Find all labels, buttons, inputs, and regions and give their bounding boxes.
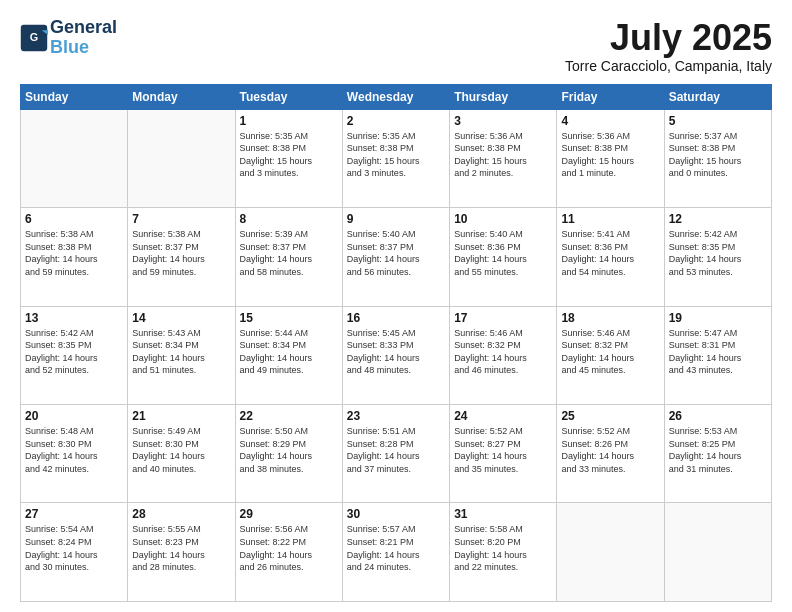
day-info: Sunrise: 5:40 AM Sunset: 8:37 PM Dayligh… <box>347 228 445 278</box>
calendar-cell: 2Sunrise: 5:35 AM Sunset: 8:38 PM Daylig… <box>342 109 449 207</box>
calendar-week-4: 20Sunrise: 5:48 AM Sunset: 8:30 PM Dayli… <box>21 405 772 503</box>
day-number: 14 <box>132 311 230 325</box>
day-number: 6 <box>25 212 123 226</box>
day-info: Sunrise: 5:47 AM Sunset: 8:31 PM Dayligh… <box>669 327 767 377</box>
day-number: 30 <box>347 507 445 521</box>
calendar-cell: 17Sunrise: 5:46 AM Sunset: 8:32 PM Dayli… <box>450 306 557 404</box>
calendar-cell: 24Sunrise: 5:52 AM Sunset: 8:27 PM Dayli… <box>450 405 557 503</box>
day-info: Sunrise: 5:49 AM Sunset: 8:30 PM Dayligh… <box>132 425 230 475</box>
calendar-cell: 21Sunrise: 5:49 AM Sunset: 8:30 PM Dayli… <box>128 405 235 503</box>
day-info: Sunrise: 5:38 AM Sunset: 8:38 PM Dayligh… <box>25 228 123 278</box>
weekday-row: Sunday Monday Tuesday Wednesday Thursday… <box>21 84 772 109</box>
logo-text: General Blue <box>50 18 117 58</box>
calendar-cell: 28Sunrise: 5:55 AM Sunset: 8:23 PM Dayli… <box>128 503 235 602</box>
day-info: Sunrise: 5:40 AM Sunset: 8:36 PM Dayligh… <box>454 228 552 278</box>
day-info: Sunrise: 5:35 AM Sunset: 8:38 PM Dayligh… <box>240 130 338 180</box>
calendar-cell: 27Sunrise: 5:54 AM Sunset: 8:24 PM Dayli… <box>21 503 128 602</box>
calendar-cell: 9Sunrise: 5:40 AM Sunset: 8:37 PM Daylig… <box>342 208 449 306</box>
col-wednesday: Wednesday <box>342 84 449 109</box>
calendar-cell: 19Sunrise: 5:47 AM Sunset: 8:31 PM Dayli… <box>664 306 771 404</box>
day-number: 31 <box>454 507 552 521</box>
day-number: 21 <box>132 409 230 423</box>
location: Torre Caracciolo, Campania, Italy <box>565 58 772 74</box>
day-number: 29 <box>240 507 338 521</box>
day-number: 1 <box>240 114 338 128</box>
calendar-cell: 11Sunrise: 5:41 AM Sunset: 8:36 PM Dayli… <box>557 208 664 306</box>
calendar-cell: 15Sunrise: 5:44 AM Sunset: 8:34 PM Dayli… <box>235 306 342 404</box>
day-info: Sunrise: 5:54 AM Sunset: 8:24 PM Dayligh… <box>25 523 123 573</box>
calendar-week-5: 27Sunrise: 5:54 AM Sunset: 8:24 PM Dayli… <box>21 503 772 602</box>
day-number: 11 <box>561 212 659 226</box>
col-tuesday: Tuesday <box>235 84 342 109</box>
day-number: 22 <box>240 409 338 423</box>
calendar-cell: 7Sunrise: 5:38 AM Sunset: 8:37 PM Daylig… <box>128 208 235 306</box>
day-number: 23 <box>347 409 445 423</box>
day-number: 9 <box>347 212 445 226</box>
day-number: 12 <box>669 212 767 226</box>
calendar-cell: 31Sunrise: 5:58 AM Sunset: 8:20 PM Dayli… <box>450 503 557 602</box>
day-info: Sunrise: 5:56 AM Sunset: 8:22 PM Dayligh… <box>240 523 338 573</box>
day-info: Sunrise: 5:36 AM Sunset: 8:38 PM Dayligh… <box>561 130 659 180</box>
day-info: Sunrise: 5:45 AM Sunset: 8:33 PM Dayligh… <box>347 327 445 377</box>
calendar-cell: 5Sunrise: 5:37 AM Sunset: 8:38 PM Daylig… <box>664 109 771 207</box>
calendar-cell: 6Sunrise: 5:38 AM Sunset: 8:38 PM Daylig… <box>21 208 128 306</box>
day-info: Sunrise: 5:46 AM Sunset: 8:32 PM Dayligh… <box>454 327 552 377</box>
day-number: 18 <box>561 311 659 325</box>
day-number: 2 <box>347 114 445 128</box>
day-info: Sunrise: 5:52 AM Sunset: 8:27 PM Dayligh… <box>454 425 552 475</box>
day-number: 13 <box>25 311 123 325</box>
calendar-cell <box>557 503 664 602</box>
day-info: Sunrise: 5:52 AM Sunset: 8:26 PM Dayligh… <box>561 425 659 475</box>
day-info: Sunrise: 5:58 AM Sunset: 8:20 PM Dayligh… <box>454 523 552 573</box>
day-info: Sunrise: 5:42 AM Sunset: 8:35 PM Dayligh… <box>669 228 767 278</box>
calendar-cell: 23Sunrise: 5:51 AM Sunset: 8:28 PM Dayli… <box>342 405 449 503</box>
calendar-cell: 8Sunrise: 5:39 AM Sunset: 8:37 PM Daylig… <box>235 208 342 306</box>
day-number: 15 <box>240 311 338 325</box>
logo-general: General <box>50 18 117 38</box>
calendar-cell: 4Sunrise: 5:36 AM Sunset: 8:38 PM Daylig… <box>557 109 664 207</box>
day-info: Sunrise: 5:50 AM Sunset: 8:29 PM Dayligh… <box>240 425 338 475</box>
calendar-cell <box>128 109 235 207</box>
calendar-cell: 13Sunrise: 5:42 AM Sunset: 8:35 PM Dayli… <box>21 306 128 404</box>
calendar-header: Sunday Monday Tuesday Wednesday Thursday… <box>21 84 772 109</box>
day-number: 17 <box>454 311 552 325</box>
calendar-cell: 30Sunrise: 5:57 AM Sunset: 8:21 PM Dayli… <box>342 503 449 602</box>
logo-blue: Blue <box>50 38 117 58</box>
day-info: Sunrise: 5:46 AM Sunset: 8:32 PM Dayligh… <box>561 327 659 377</box>
day-number: 10 <box>454 212 552 226</box>
day-info: Sunrise: 5:36 AM Sunset: 8:38 PM Dayligh… <box>454 130 552 180</box>
month-title: July 2025 <box>565 18 772 58</box>
calendar-week-1: 1Sunrise: 5:35 AM Sunset: 8:38 PM Daylig… <box>21 109 772 207</box>
day-number: 20 <box>25 409 123 423</box>
calendar-cell <box>21 109 128 207</box>
calendar-cell: 29Sunrise: 5:56 AM Sunset: 8:22 PM Dayli… <box>235 503 342 602</box>
day-number: 19 <box>669 311 767 325</box>
svg-text:G: G <box>30 31 38 43</box>
calendar-cell: 25Sunrise: 5:52 AM Sunset: 8:26 PM Dayli… <box>557 405 664 503</box>
day-info: Sunrise: 5:37 AM Sunset: 8:38 PM Dayligh… <box>669 130 767 180</box>
day-number: 8 <box>240 212 338 226</box>
calendar-cell: 22Sunrise: 5:50 AM Sunset: 8:29 PM Dayli… <box>235 405 342 503</box>
logo-icon: G <box>20 24 48 52</box>
header: G General Blue July 2025 Torre Caracciol… <box>20 18 772 74</box>
day-info: Sunrise: 5:41 AM Sunset: 8:36 PM Dayligh… <box>561 228 659 278</box>
col-monday: Monday <box>128 84 235 109</box>
calendar-cell: 3Sunrise: 5:36 AM Sunset: 8:38 PM Daylig… <box>450 109 557 207</box>
day-number: 3 <box>454 114 552 128</box>
col-friday: Friday <box>557 84 664 109</box>
day-info: Sunrise: 5:57 AM Sunset: 8:21 PM Dayligh… <box>347 523 445 573</box>
col-sunday: Sunday <box>21 84 128 109</box>
day-info: Sunrise: 5:38 AM Sunset: 8:37 PM Dayligh… <box>132 228 230 278</box>
page: G General Blue July 2025 Torre Caracciol… <box>0 0 792 612</box>
day-info: Sunrise: 5:53 AM Sunset: 8:25 PM Dayligh… <box>669 425 767 475</box>
day-info: Sunrise: 5:35 AM Sunset: 8:38 PM Dayligh… <box>347 130 445 180</box>
day-number: 24 <box>454 409 552 423</box>
col-saturday: Saturday <box>664 84 771 109</box>
calendar-cell: 1Sunrise: 5:35 AM Sunset: 8:38 PM Daylig… <box>235 109 342 207</box>
calendar-cell: 10Sunrise: 5:40 AM Sunset: 8:36 PM Dayli… <box>450 208 557 306</box>
calendar-body: 1Sunrise: 5:35 AM Sunset: 8:38 PM Daylig… <box>21 109 772 601</box>
day-info: Sunrise: 5:55 AM Sunset: 8:23 PM Dayligh… <box>132 523 230 573</box>
calendar-table: Sunday Monday Tuesday Wednesday Thursday… <box>20 84 772 602</box>
calendar-cell: 12Sunrise: 5:42 AM Sunset: 8:35 PM Dayli… <box>664 208 771 306</box>
logo: G General Blue <box>20 18 117 58</box>
